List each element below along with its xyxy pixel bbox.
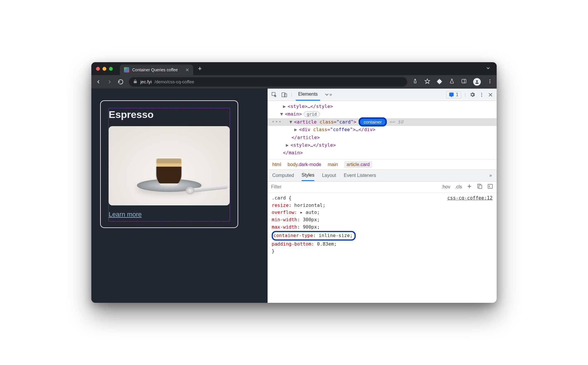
- bookmark-button[interactable]: [424, 78, 430, 85]
- lock-icon: [133, 79, 137, 85]
- devtools-menu-button[interactable]: [479, 92, 484, 97]
- dom-line-actions-icon[interactable]: •••: [272, 119, 282, 125]
- tab-title: Container Queries coffee: [132, 67, 178, 72]
- close-window-button[interactable]: [96, 67, 100, 71]
- svg-point-12: [481, 96, 482, 97]
- svg-point-6: [490, 82, 490, 83]
- tab-bar: Container Queries coffee ✕ +: [91, 62, 497, 75]
- svg-rect-18: [479, 185, 482, 189]
- svg-rect-1: [462, 79, 466, 83]
- dom-line[interactable]: ▶<style>…</style>: [268, 103, 497, 110]
- dom-breadcrumb: html body.dark-mode main article.card: [268, 159, 497, 170]
- learn-more-link[interactable]: Learn more: [109, 211, 142, 218]
- tab-overflow-button[interactable]: [485, 65, 491, 72]
- container-badge[interactable]: container: [359, 117, 387, 126]
- container-overlay: Espresso Learn more: [108, 108, 230, 222]
- crumb-html[interactable]: html: [272, 162, 281, 167]
- css-declaration[interactable]: min-width: 300px;: [272, 216, 493, 224]
- dom-line[interactable]: ▶<style>…</style>: [268, 141, 497, 149]
- url-bar: jec.fyi/demo/css-cq-coffee: [91, 75, 497, 89]
- tab-event-listeners[interactable]: Event Listeners: [344, 173, 376, 178]
- devtools-settings-button[interactable]: [469, 92, 476, 98]
- svg-marker-0: [425, 79, 430, 83]
- styles-filter-input[interactable]: [271, 184, 437, 190]
- cup-shape: [153, 154, 185, 186]
- crumb-main[interactable]: main: [328, 162, 338, 167]
- svg-rect-19: [488, 185, 493, 188]
- share-button[interactable]: [412, 78, 418, 85]
- dom-line-selected[interactable]: ••• ▼<article class="card">container== $…: [268, 118, 497, 126]
- styles-pane-tabs: Computed Styles Layout Event Listeners »: [268, 170, 497, 182]
- reload-button[interactable]: [118, 79, 124, 85]
- css-declaration-highlighted[interactable]: container-type: inline-size;: [272, 231, 493, 241]
- back-button[interactable]: [95, 79, 101, 85]
- cls-toggle[interactable]: .cls: [455, 184, 462, 190]
- more-tabs-button[interactable]: »: [324, 92, 332, 98]
- favicon-icon: [124, 67, 129, 72]
- grid-badge[interactable]: grid: [304, 111, 320, 117]
- labs-button[interactable]: [449, 78, 455, 85]
- browser-menu-button[interactable]: [487, 79, 493, 85]
- computed-styles-sync-button[interactable]: [477, 183, 483, 190]
- window-controls: [96, 67, 113, 71]
- svg-point-11: [481, 94, 482, 95]
- page-viewport: Espresso Learn more: [91, 89, 268, 303]
- new-tab-button[interactable]: +: [198, 65, 202, 72]
- svg-point-5: [490, 81, 490, 82]
- url-host: jec.fyi: [140, 79, 152, 84]
- more-styles-tabs-button[interactable]: »: [489, 173, 492, 178]
- elements-tab[interactable]: Elements: [296, 89, 320, 101]
- close-tab-button[interactable]: ✕: [185, 67, 189, 73]
- inspect-element-button[interactable]: [271, 92, 278, 98]
- source-link[interactable]: css-cq-coffee:12: [447, 195, 493, 202]
- browser-window: Container Queries coffee ✕ + jec.fyi/dem…: [91, 62, 497, 303]
- minimize-window-button[interactable]: [103, 67, 106, 71]
- svg-rect-8: [282, 92, 285, 97]
- url-actions: [412, 78, 493, 86]
- profile-button[interactable]: [473, 78, 481, 86]
- hov-toggle[interactable]: :hov: [441, 184, 450, 190]
- svg-point-3: [476, 80, 478, 82]
- maximize-window-button[interactable]: [109, 67, 113, 71]
- css-declaration[interactable]: overflow: ▸ auto;: [272, 209, 493, 216]
- new-style-rule-button[interactable]: [467, 184, 472, 190]
- tab-styles[interactable]: Styles: [302, 173, 315, 181]
- crumb-body[interactable]: body.dark-mode: [288, 162, 321, 167]
- svg-point-10: [481, 93, 482, 94]
- svg-point-4: [490, 79, 490, 80]
- tab-layout[interactable]: Layout: [322, 173, 336, 178]
- styles-rule[interactable]: css-cq-coffee:12 .card { resize: horizon…: [268, 193, 497, 257]
- crumb-article[interactable]: article.card: [344, 161, 372, 168]
- console-reference: == $0: [389, 119, 403, 125]
- dom-tree[interactable]: ▶<style>…</style> ▼<main>grid ••• ▼<arti…: [268, 101, 497, 159]
- devtools-close-button[interactable]: [488, 92, 493, 97]
- side-panel-button[interactable]: [461, 78, 467, 85]
- issues-count: 1: [456, 92, 458, 97]
- css-declaration[interactable]: padding-bottom: 0.83em;: [272, 241, 493, 248]
- css-declaration[interactable]: max-width: 900px;: [272, 224, 493, 231]
- svg-rect-9: [284, 94, 287, 97]
- dom-line[interactable]: </main>: [268, 149, 497, 157]
- dom-line[interactable]: ▶<div class="coffee">…</div>: [268, 126, 497, 134]
- tab-computed[interactable]: Computed: [272, 173, 294, 178]
- forward-button[interactable]: [107, 79, 112, 85]
- url-path: /demo/css-cq-coffee: [154, 79, 194, 84]
- css-close-brace: }: [272, 248, 493, 255]
- devtools-panel: | Elements » 1 |: [268, 89, 497, 303]
- card-title: Espresso: [109, 109, 230, 120]
- css-declaration[interactable]: resize: horizontal;: [272, 202, 493, 209]
- device-toolbar-button[interactable]: [281, 92, 288, 98]
- extensions-button[interactable]: [437, 78, 443, 85]
- coffee-card: Espresso Learn more: [100, 100, 238, 228]
- content-area: Espresso Learn more |: [91, 89, 497, 303]
- address-bar[interactable]: jec.fyi/demo/css-cq-coffee: [129, 77, 407, 87]
- rendering-button[interactable]: [487, 183, 493, 190]
- styles-filter-row: :hov .cls: [268, 182, 497, 193]
- issues-button[interactable]: 1: [446, 91, 461, 98]
- coffee-image: [109, 126, 230, 205]
- dom-line[interactable]: </article>: [268, 134, 497, 141]
- browser-tab[interactable]: Container Queries coffee ✕: [120, 65, 193, 75]
- devtools-toolbar: | Elements » 1 |: [268, 89, 497, 101]
- dom-line[interactable]: ▼<main>grid: [268, 110, 497, 118]
